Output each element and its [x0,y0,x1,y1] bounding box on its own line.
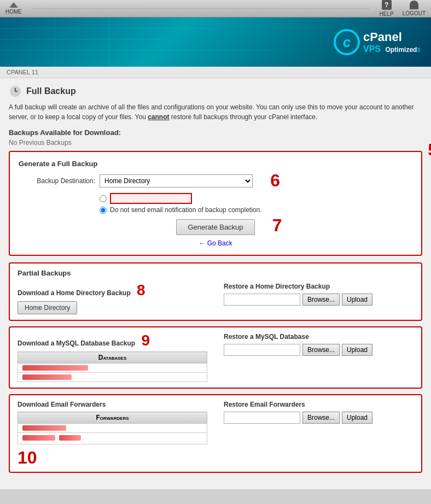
no-email-label: Do not send email notification of backup… [110,206,262,214]
partial-backups-section: Partial Backups Download a Home Director… [9,262,422,321]
brand-logo: c cPanel VPS Optimized3 [334,29,420,55]
download-home-dir-title: Download a Home Directory Backup 8 [18,283,207,298]
backup-destination-select[interactable]: Home Directory Remote FTP Server Remote … [100,174,253,187]
email-forwarders-section: Download Email Forwarders Forwarders [9,394,422,473]
annotation-5: 5 [428,141,431,159]
email-input-field[interactable] [110,193,192,204]
backups-available-label: Backups Available for Download: [9,128,422,137]
main-content: Full Backup A full backup will create an… [0,78,431,489]
nav-divider [33,8,369,9]
fwd-row-blur [22,425,66,431]
generate-box-title: Generate a Full Backup [19,160,412,168]
mysql-backup-section: Download a MySQL Database Backup 9 Datab… [9,326,422,389]
mysql-restore-col: Restore a MySQL Database Browse... Uploa… [224,333,413,382]
email-radio-row1 [100,193,412,204]
no-previous-backups: No Previous Backups [9,139,422,146]
help-label: HELP [380,11,394,17]
fwd-row-blur2 [59,435,81,441]
logo-text: cPanel VPS Optimized3 [363,30,420,54]
backup-dest-label: Backup Destination: [19,177,95,185]
db-row-blur [22,365,88,371]
databases-table: Databases [18,351,207,382]
generate-btn-row: Generate Backup 7 ← Go Back [19,219,412,247]
logo-circle: c [334,29,360,55]
home-label: HOME [5,9,22,15]
partial-backups-title: Partial Backups [18,269,413,277]
restore-home-dir-title: Restore a Home Directory Backup [224,283,413,290]
forwarders-browse-button[interactable]: Browse... [302,412,340,424]
help-icon: ? [382,0,392,10]
mysql-browse-button[interactable]: Browse... [302,344,340,356]
home-dir-browse-button[interactable]: Browse... [302,294,340,306]
email-radio-row2: Do not send email notification of backup… [100,206,412,214]
logout-nav[interactable]: LOGOUT [403,1,426,16]
mysql-restore-title: Restore a MySQL Database [224,333,413,341]
backup-destination-row: Backup Destination: Home Directory Remot… [19,174,412,187]
table-row [18,433,207,444]
help-nav[interactable]: ? HELP [380,0,394,17]
mysql-download-title: Download a MySQL Database Backup 9 [18,333,207,348]
mysql-download-col: Download a MySQL Database Backup 9 Datab… [18,333,207,382]
annotation-6: 6 [270,172,280,189]
home-dir-download-col: Download a Home Directory Backup 8 Home … [18,283,207,314]
partial-backups-grid: Download a Home Directory Backup 8 Home … [18,283,413,314]
home-dir-restore-row: Browse... Upload [224,294,413,306]
forwarders-upload-button[interactable]: Upload [342,412,372,424]
go-back-link[interactable]: ← Go Back [199,239,232,247]
home-directory-button[interactable]: Home Directory [18,301,77,314]
forwarders-header: Forwarders [18,412,207,424]
annotation-7: 7 [272,216,282,234]
logout-label: LOGOUT [403,10,426,16]
home-dir-upload-button[interactable]: Upload [342,294,372,306]
mysql-upload-button[interactable]: Upload [342,344,372,356]
top-navigation: HOME ? HELP LOGOUT [0,0,431,17]
db-row-blur [22,374,72,380]
mysql-restore-row: Browse... Upload [224,344,413,356]
annotation-10: 10 [18,449,207,466]
email-radio-custom[interactable] [100,195,107,202]
forwarders-restore-col: Restore Email Forwarders Browse... Uploa… [224,401,413,466]
mysql-grid: Download a MySQL Database Backup 9 Datab… [18,333,413,382]
backup-icon [9,85,22,98]
forwarders-grid: Download Email Forwarders Forwarders [18,401,413,466]
forwarders-restore-row: Browse... Upload [224,412,413,424]
mysql-restore-input[interactable] [224,344,300,356]
home-nav[interactable]: HOME [5,2,22,15]
table-row [18,424,207,433]
forwarders-restore-input[interactable] [224,412,300,424]
home-dir-restore-col: Restore a Home Directory Backup Browse..… [224,283,413,314]
page-title-row: Full Backup [9,85,422,98]
generate-backup-button[interactable]: Generate Backup [176,219,254,235]
page-description: A full backup will create an archive of … [9,102,422,122]
forwarders-table: Forwarders [18,412,207,444]
header-banner: c cPanel VPS Optimized3 [0,17,431,67]
generate-full-backup-section: 5 Generate a Full Backup Backup Destinat… [9,151,422,256]
databases-header: Databases [18,352,207,364]
breadcrumb: CPANEL 11 [0,67,431,78]
table-row [18,373,207,382]
annotation-9: 9 [142,332,150,349]
email-radio-noemail[interactable] [100,207,107,214]
forwarders-download-col: Download Email Forwarders Forwarders [18,401,207,466]
forwarders-restore-title: Restore Email Forwarders [224,401,413,408]
fwd-row-blur [22,435,55,441]
home-dir-restore-input[interactable] [224,294,300,306]
table-row [18,364,207,373]
annotation-8: 8 [137,282,145,298]
forwarders-download-title: Download Email Forwarders [18,401,207,408]
email-section: Do not send email notification of backup… [100,193,412,214]
logout-icon [410,1,418,9]
home-icon [9,2,18,8]
page-title: Full Backup [26,86,76,96]
